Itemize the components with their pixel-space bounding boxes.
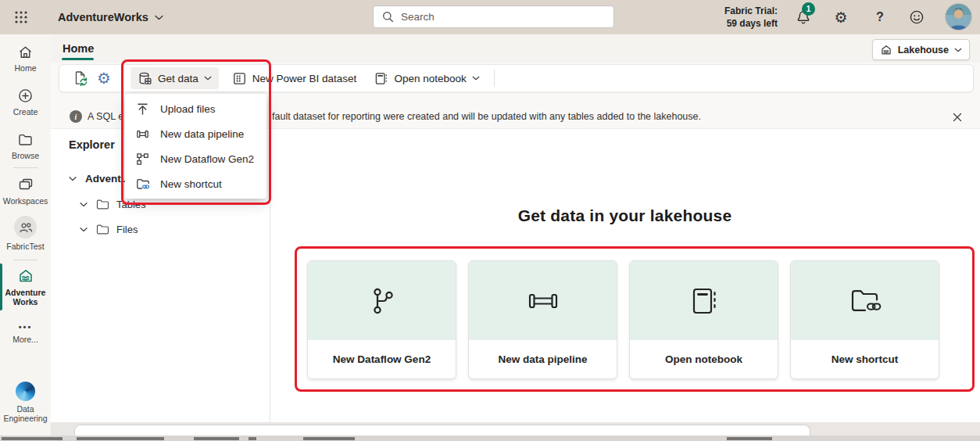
cut-off-text-fragment bbox=[2, 437, 63, 440]
open-notebook-button[interactable]: Open notebook bbox=[367, 67, 486, 89]
cut-off-text-fragment bbox=[303, 437, 355, 440]
chevron-down-icon bbox=[155, 15, 163, 20]
chevron-down-icon bbox=[954, 48, 962, 52]
top-bar: AdventureWorks Search Fabric Trial: 59 d… bbox=[0, 0, 980, 34]
sidebar-item-home[interactable]: Home bbox=[0, 44, 51, 73]
card-new-shortcut[interactable]: New shortcut bbox=[790, 260, 939, 379]
trial-status-badge[interactable]: Fabric Trial: 59 days left bbox=[706, 5, 778, 30]
user-avatar[interactable] bbox=[946, 4, 971, 30]
waffle-icon bbox=[14, 10, 28, 24]
upload-icon bbox=[135, 102, 150, 117]
cut-off-text-fragment bbox=[77, 437, 164, 440]
card-illustration bbox=[469, 261, 617, 340]
card-illustration bbox=[630, 261, 778, 340]
new-dataset-label: New Power BI dataset bbox=[252, 73, 357, 84]
dataflow-icon bbox=[365, 284, 399, 318]
lakehouse-icon bbox=[17, 267, 34, 285]
card-label: New shortcut bbox=[791, 340, 939, 378]
banner-text-end: fault dataset for reporting were created… bbox=[272, 111, 701, 122]
shortcut-icon bbox=[846, 284, 884, 318]
trial-line2: 59 days left bbox=[706, 17, 778, 30]
page-title: Get data in your lakehouse bbox=[270, 206, 980, 225]
new-power-bi-dataset-button[interactable]: New Power BI dataset bbox=[225, 67, 364, 89]
chevron-down-icon bbox=[204, 76, 212, 81]
sidebar-item-create[interactable]: Create bbox=[0, 88, 51, 117]
folder-icon bbox=[17, 131, 34, 148]
menu-item-new-shortcut[interactable]: New shortcut bbox=[125, 171, 266, 196]
card-new-data-pipeline[interactable]: New data pipeline bbox=[468, 260, 617, 379]
left-nav-rail: Home Create Browse Workspaces FabricTest… bbox=[0, 34, 51, 436]
gear-icon: ⚙ bbox=[97, 70, 111, 86]
get-data-button[interactable]: Get data bbox=[131, 67, 219, 89]
explorer-title: Explorer bbox=[69, 138, 115, 151]
help-button[interactable]: ? bbox=[869, 6, 891, 28]
banner-close-button[interactable] bbox=[950, 110, 964, 124]
lakehouse-settings-button[interactable]: ⚙ bbox=[92, 67, 116, 89]
open-notebook-label: Open notebook bbox=[394, 73, 466, 84]
notebook-icon bbox=[374, 71, 388, 86]
cut-off-text-fragment bbox=[194, 437, 239, 440]
card-label: Open notebook bbox=[630, 340, 778, 378]
workspace-name-label: AdventureWorks bbox=[58, 11, 148, 23]
card-new-dataflow-gen2[interactable]: New Dataflow Gen2 bbox=[307, 260, 456, 379]
dataflow-icon bbox=[135, 152, 150, 167]
get-data-dropdown-menu: Upload files New data pipeline New Dataf… bbox=[125, 94, 266, 199]
chevron-down-icon bbox=[69, 176, 77, 181]
folder-icon bbox=[96, 199, 109, 210]
help-icon: ? bbox=[876, 10, 884, 24]
close-icon bbox=[953, 113, 962, 122]
pipeline-icon bbox=[135, 127, 150, 142]
pipeline-icon bbox=[525, 284, 561, 318]
cut-off-panel-top bbox=[74, 425, 810, 436]
sidebar-divider bbox=[13, 260, 38, 260]
workspace-people-icon bbox=[14, 216, 37, 238]
banner-text-start: A SQL e bbox=[88, 111, 123, 122]
plus-circle-icon bbox=[17, 88, 34, 104]
workspaces-icon bbox=[17, 177, 34, 193]
card-label: New data pipeline bbox=[469, 340, 617, 378]
card-open-notebook[interactable]: Open notebook bbox=[629, 260, 778, 379]
node-label: Files bbox=[116, 224, 138, 235]
lakehouse-view-selector[interactable]: Lakehouse bbox=[872, 39, 970, 60]
card-illustration bbox=[308, 261, 456, 340]
menu-item-new-dataflow-gen2[interactable]: New Dataflow Gen2 bbox=[125, 146, 266, 171]
toolbar-separator bbox=[494, 70, 495, 87]
notebook-icon bbox=[686, 284, 722, 318]
toolbar-separator bbox=[123, 70, 123, 87]
ellipsis-icon: ••• bbox=[19, 322, 33, 332]
chevron-down-icon bbox=[80, 202, 88, 207]
data-engineering-logo bbox=[16, 382, 35, 401]
cut-off-text-fragment bbox=[727, 437, 772, 440]
sidebar-item-browse[interactable]: Browse bbox=[0, 131, 51, 160]
shortcut-icon bbox=[135, 177, 150, 192]
menu-item-upload-files[interactable]: Upload files bbox=[125, 96, 266, 121]
chevron-down-icon bbox=[472, 76, 480, 81]
active-tab-underline bbox=[62, 58, 94, 60]
lakehouse-icon bbox=[880, 44, 892, 56]
explorer-node-files[interactable]: Files bbox=[80, 218, 138, 240]
node-label: Tables bbox=[116, 199, 146, 210]
home-icon bbox=[17, 44, 34, 60]
workspace-name-menu[interactable]: AdventureWorks bbox=[58, 0, 163, 34]
sidebar-item-workspaces[interactable]: Workspaces bbox=[0, 177, 51, 206]
app-launcher-button[interactable] bbox=[11, 7, 31, 27]
search-icon bbox=[382, 11, 394, 23]
sidebar-item-adventure-works[interactable]: Adventure Works bbox=[0, 267, 51, 307]
cut-off-text-fragment bbox=[249, 437, 256, 440]
refresh-button[interactable] bbox=[69, 67, 92, 89]
sync-icon bbox=[72, 70, 89, 87]
sidebar-item-data-engineering[interactable]: Data Engineering bbox=[0, 382, 51, 423]
feedback-button[interactable] bbox=[906, 6, 928, 28]
avatar-photo bbox=[946, 4, 971, 30]
explorer-divider bbox=[270, 129, 270, 423]
settings-button[interactable]: ⚙ bbox=[830, 6, 852, 28]
cut-off-content-strip bbox=[0, 436, 980, 441]
chevron-down-icon bbox=[80, 227, 88, 232]
sidebar-item-fabrictest[interactable]: FabricTest bbox=[0, 216, 51, 251]
gear-icon: ⚙ bbox=[834, 10, 847, 25]
menu-item-new-data-pipeline[interactable]: New data pipeline bbox=[125, 121, 266, 146]
dataset-icon bbox=[232, 71, 247, 86]
database-icon bbox=[138, 71, 152, 86]
search-input[interactable]: Search bbox=[373, 5, 614, 28]
sidebar-item-more[interactable]: ••• More... bbox=[0, 322, 51, 344]
